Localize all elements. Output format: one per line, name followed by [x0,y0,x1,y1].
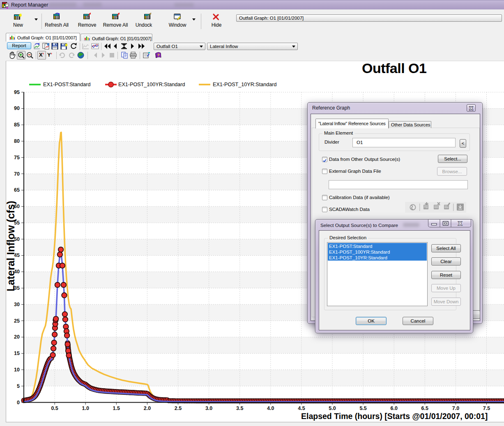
svg-text:3.0: 3.0 [205,405,212,411]
svg-text:2.5: 2.5 [175,405,182,411]
svg-text:5.0: 5.0 [329,405,336,411]
svg-text:3.5: 3.5 [236,405,243,411]
svg-text:75: 75 [14,155,20,160]
svg-text:5: 5 [17,383,20,389]
svg-text:1.5: 1.5 [113,405,120,411]
svg-text:70: 70 [14,171,20,177]
svg-text:0: 0 [17,400,20,405]
svg-text:60: 60 [14,204,20,209]
svg-text:5.5: 5.5 [359,405,366,411]
svg-text:6.5: 6.5 [421,405,428,411]
svg-text:10: 10 [14,367,20,373]
svg-text:90: 90 [14,105,20,111]
svg-text:1.0: 1.0 [82,405,89,411]
svg-text:4.0: 4.0 [267,405,274,411]
svg-text:7.5: 7.5 [483,405,490,411]
svg-text:4.5: 4.5 [298,405,305,411]
svg-text:55: 55 [14,220,20,226]
svg-text:95: 95 [14,89,20,95]
svg-text:40: 40 [14,269,20,275]
svg-text:X: X [469,106,473,111]
svg-text:6.0: 6.0 [391,405,398,411]
svg-text:7.0: 7.0 [452,405,459,411]
svg-text:45: 45 [14,252,20,258]
svg-text:65: 65 [14,187,20,193]
svg-text:85: 85 [14,122,20,128]
svg-text:?: ? [157,53,160,57]
svg-text:30: 30 [14,302,20,307]
svg-text:35: 35 [14,285,20,291]
svg-text:2.0: 2.0 [144,405,151,411]
svg-text:15: 15 [14,350,20,356]
svg-text:X: X [458,220,462,227]
svg-text:20: 20 [14,334,20,340]
svg-text:0.5: 0.5 [51,405,58,411]
svg-text:50: 50 [14,236,20,242]
svg-text:80: 80 [14,138,20,144]
svg-text:25: 25 [14,318,20,324]
